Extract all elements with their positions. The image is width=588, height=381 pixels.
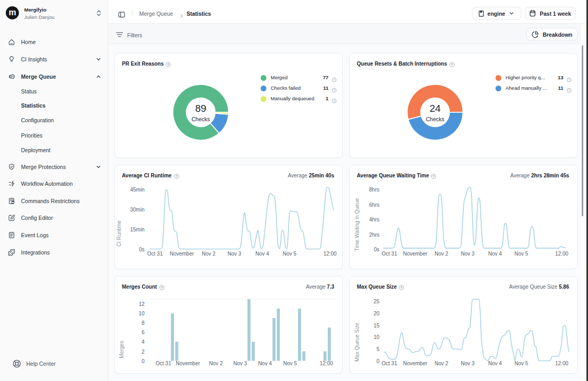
svg-text:8: 8 (141, 320, 145, 326)
svg-text:25: 25 (374, 299, 380, 304)
svg-text:30min: 30min (130, 207, 145, 213)
svg-text:Nov 2: Nov 2 (435, 361, 449, 366)
svg-text:2hrs: 2hrs (369, 232, 379, 238)
svg-text:2: 2 (141, 349, 145, 355)
svg-text:15min: 15min (130, 227, 145, 232)
svg-text:20: 20 (374, 311, 380, 316)
svg-text:Nov 3: Nov 3 (228, 251, 242, 257)
svg-text:0s: 0s (374, 247, 379, 252)
svg-text:Nov 4: Nov 4 (488, 251, 502, 257)
svg-text:Nov 3: Nov 3 (233, 361, 247, 366)
svg-text:November: November (176, 361, 200, 366)
svg-text:12: 12 (139, 301, 145, 307)
svg-text:Nov 5: Nov 5 (514, 251, 529, 257)
svg-text:Nov 2: Nov 2 (209, 361, 223, 366)
svg-text:Oct 31: Oct 31 (156, 361, 171, 366)
svg-text:Max Queue Size: Max Queue Size (354, 323, 360, 362)
svg-text:4hrs: 4hrs (369, 217, 379, 223)
svg-text:0: 0 (376, 358, 379, 364)
svg-text:Nov 5: Nov 5 (283, 361, 297, 366)
svg-text:12:00: 12:00 (555, 361, 568, 366)
svg-text:November: November (170, 251, 194, 257)
svg-text:10: 10 (374, 334, 380, 340)
svg-text:November: November (403, 251, 428, 257)
svg-text:CI Runtime: CI Runtime (116, 220, 122, 247)
svg-text:Oct 31: Oct 31 (381, 361, 397, 366)
svg-text:6: 6 (141, 330, 145, 335)
svg-text:12:00: 12:00 (555, 251, 568, 257)
svg-text:4: 4 (141, 339, 145, 345)
svg-text:Merges: Merges (119, 341, 125, 358)
svg-text:Time Waiting in Queue: Time Waiting in Queue (354, 198, 360, 251)
svg-text:0: 0 (141, 358, 145, 364)
svg-text:12:00: 12:00 (323, 251, 336, 257)
svg-text:Nov 3: Nov 3 (461, 361, 475, 366)
svg-text:Nov 5: Nov 5 (283, 251, 297, 257)
svg-text:Nov 4: Nov 4 (258, 361, 272, 366)
svg-text:Nov 2: Nov 2 (202, 251, 216, 257)
svg-text:0s: 0s (139, 247, 145, 252)
svg-text:6hrs: 6hrs (369, 202, 379, 208)
svg-text:Oct 31: Oct 31 (147, 251, 163, 257)
svg-text:Nov 3: Nov 3 (461, 251, 475, 257)
svg-text:10: 10 (139, 311, 145, 316)
svg-text:5: 5 (376, 346, 379, 352)
svg-text:Oct 31: Oct 31 (381, 251, 397, 257)
svg-text:Nov 5: Nov 5 (514, 361, 529, 366)
svg-text:8hrs: 8hrs (369, 187, 379, 193)
svg-text:Nov 4: Nov 4 (255, 251, 270, 257)
svg-text:12:00: 12:00 (319, 361, 333, 366)
svg-text:15: 15 (374, 323, 380, 329)
svg-text:November: November (403, 361, 428, 366)
svg-text:45min: 45min (130, 187, 145, 193)
svg-text:Nov 2: Nov 2 (435, 251, 449, 257)
svg-text:Nov 4: Nov 4 (488, 361, 502, 366)
